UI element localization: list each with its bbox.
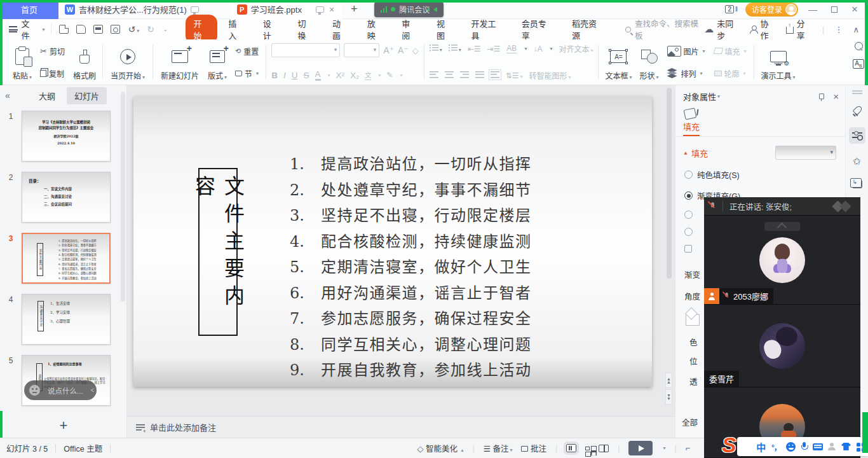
play-options-icon[interactable]: ▾	[663, 445, 665, 451]
quick-tools-icon[interactable]	[852, 106, 862, 116]
layout-button[interactable]: 版式▾	[207, 43, 228, 82]
outline-button[interactable]: 轮廓▾	[712, 67, 749, 80]
bold-button[interactable]: B	[271, 71, 278, 80]
line-spacing-button[interactable]: ⇅☰▾	[506, 71, 523, 80]
chat-collapse-icon[interactable]: <	[91, 387, 95, 394]
notes-bar[interactable]: 单击此处添加备注	[127, 416, 675, 438]
smart-beautify-button[interactable]: ◇ 智能美化 ▴	[417, 442, 463, 454]
save-icon[interactable]	[59, 25, 69, 34]
fill-tab[interactable]: 填充	[683, 120, 700, 136]
meeting-chat-bubble[interactable]: 说点什么... <	[24, 380, 97, 400]
voice-input-icon[interactable]	[801, 442, 807, 451]
close-panel-icon[interactable]: ×	[833, 94, 839, 100]
notes-toggle-button[interactable]: ☰ 备注▾	[484, 442, 513, 454]
section-button[interactable]: 节▾	[233, 67, 261, 80]
decrease-indent-icon[interactable]: ⇤☰	[468, 45, 481, 53]
participant-tile-1[interactable]: 2053廖娜	[704, 215, 860, 304]
font-family-combo[interactable]	[271, 43, 340, 57]
italic-button[interactable]: I	[283, 71, 286, 80]
superscript-button[interactable]: X²	[336, 71, 345, 80]
slide-vertical-title[interactable]: 文件主要内容	[198, 168, 238, 336]
align-left-icon[interactable]	[430, 71, 438, 80]
to-smartart-button[interactable]: 转智能图形▾	[529, 70, 571, 81]
shapes-button[interactable]: 形状▾	[638, 43, 660, 82]
ime-mode-toggle[interactable]: 中	[756, 440, 766, 454]
fill-button[interactable]: 填充▾	[712, 45, 749, 58]
file-menu-button[interactable]: 文件 ▾	[0, 17, 51, 41]
fullscreen-icon[interactable]: ⌐	[686, 444, 690, 453]
sync-status-button[interactable]: ☁未同步	[704, 17, 740, 41]
object-properties-icon-active[interactable]	[849, 127, 865, 144]
doc-tab-writer[interactable]: W 吉林财经大学公...行为规范(1)	[58, 0, 205, 19]
copy-button[interactable]: 复制	[38, 67, 67, 80]
solid-fill-option[interactable]: 纯色填充(S)	[684, 169, 845, 181]
phonetic-guide-button[interactable]: 文	[365, 70, 371, 80]
comments-button[interactable]: 批注	[521, 442, 546, 454]
slide-thumbnail-3-selected[interactable]: 3 文件主要内容 提高政治站位，一切听从指挥处处遵章守纪，事事不漏细节坚持足不出…	[0, 233, 126, 284]
tencent-meeting-window[interactable]: 正在讲话: 张安俊; 2053廖娜 委雪芹	[704, 197, 860, 458]
outline-tab[interactable]: 大纲	[31, 87, 63, 104]
find-icon[interactable]	[855, 42, 863, 50]
normal-view-button[interactable]	[566, 444, 576, 452]
align-center-icon[interactable]	[445, 71, 454, 80]
collapse-ribbon-icon[interactable]: ∧	[853, 25, 859, 34]
slideshow-play-button[interactable]	[628, 441, 653, 455]
output-icon[interactable]	[76, 25, 86, 34]
gradient-stop-icon[interactable]	[686, 309, 700, 326]
textbox-button[interactable]: A= 文本框▾	[604, 43, 633, 82]
previous-slide-button[interactable]: ▲▲	[665, 373, 672, 388]
replace-icon[interactable]: AB	[853, 59, 864, 69]
sogou-logo-icon[interactable]: S	[722, 433, 736, 457]
align-right-icon[interactable]	[460, 71, 469, 80]
gradient-preset-combo[interactable]	[775, 146, 836, 160]
share-button[interactable]: 分享	[786, 17, 812, 41]
editor-scrollbar[interactable]: ▲▲ ▼▼	[665, 85, 672, 416]
slide-thumbnail-4[interactable]: 4 沟通意见讨论 1、生活安排2、学习安排3、心理管理	[0, 294, 126, 345]
strikethrough-button[interactable]: S	[304, 71, 309, 80]
more-options-icon[interactable]: ⋮	[834, 25, 843, 34]
paste-button[interactable]: 粘贴▾	[11, 43, 33, 82]
text-direction-button[interactable]: AB	[506, 44, 517, 53]
participant-tile-2[interactable]: 委雪芹	[704, 304, 860, 387]
pin-icon[interactable]	[818, 94, 824, 100]
collaborate-button[interactable]: 协作	[750, 17, 776, 41]
slide-thumbnail-2[interactable]: 2 目录： 一、宣读文件内容二、沟通意见讨论三、会议总结提问	[0, 172, 126, 223]
window-list-button[interactable]: 2	[725, 5, 734, 13]
bullets-button[interactable]: ▾	[430, 44, 442, 53]
font-color-button[interactable]: A	[315, 69, 321, 81]
cut-button[interactable]: ✂剪切	[38, 45, 67, 58]
toolbox-icon[interactable]	[857, 443, 860, 447]
chat-input-placeholder[interactable]: 说点什么...	[48, 385, 83, 396]
section-collapse-icon[interactable]: ▲	[683, 150, 688, 156]
close-button[interactable]: ×	[848, 3, 862, 16]
print-preview-icon[interactable]	[111, 25, 120, 34]
slides-tab[interactable]: 幻灯片	[67, 87, 107, 104]
picture-button[interactable]: 图片▾	[665, 45, 707, 58]
justify-icon[interactable]	[475, 71, 484, 80]
slide-thumbnail-1[interactable]: 1 学习《吉林财经大学公寓楼封闭 控制期间同学生行为规范》主题班会 经济学院20…	[0, 111, 126, 162]
next-slide-button[interactable]: ▼▼	[665, 389, 672, 405]
undo-icon[interactable]: ↺▾	[128, 24, 139, 34]
play-from-current-button[interactable]: 当页开始▾	[108, 43, 147, 82]
account-icon[interactable]	[828, 443, 836, 450]
sidebar-scrollbar[interactable]	[121, 92, 125, 302]
highlight-button[interactable]: ✎	[386, 71, 393, 80]
print-icon[interactable]	[93, 25, 103, 34]
arrange-button[interactable]: 排列▾	[665, 67, 707, 80]
collapse-panel-button[interactable]: «	[5, 90, 10, 101]
ime-punctuation-toggle[interactable]: °，	[771, 441, 781, 452]
customize-quick-access-icon[interactable]: ⌄	[163, 27, 168, 32]
slide-canvas[interactable]: 文件主要内容 提高政治站位，一切听从指挥处处遵章守纪，事事不漏细节坚持足不出寝，…	[133, 97, 652, 387]
skin-icon[interactable]	[841, 443, 851, 450]
increase-font-icon[interactable]: A⁺	[383, 45, 394, 55]
decrease-font-icon[interactable]: A⁻	[398, 45, 409, 55]
new-tab-button[interactable]: +	[342, 3, 367, 16]
subscript-button[interactable]: X₂	[350, 71, 359, 80]
drag-handle-icon[interactable]	[852, 90, 862, 94]
clear-format-icon[interactable]: ◇	[412, 46, 419, 55]
underline-button[interactable]: U	[292, 71, 298, 80]
effects-icon[interactable]: ✩	[853, 155, 861, 167]
distribute-icon[interactable]	[491, 71, 499, 80]
soft-keyboard-icon[interactable]	[813, 443, 823, 450]
reading-view-button[interactable]	[599, 445, 609, 452]
